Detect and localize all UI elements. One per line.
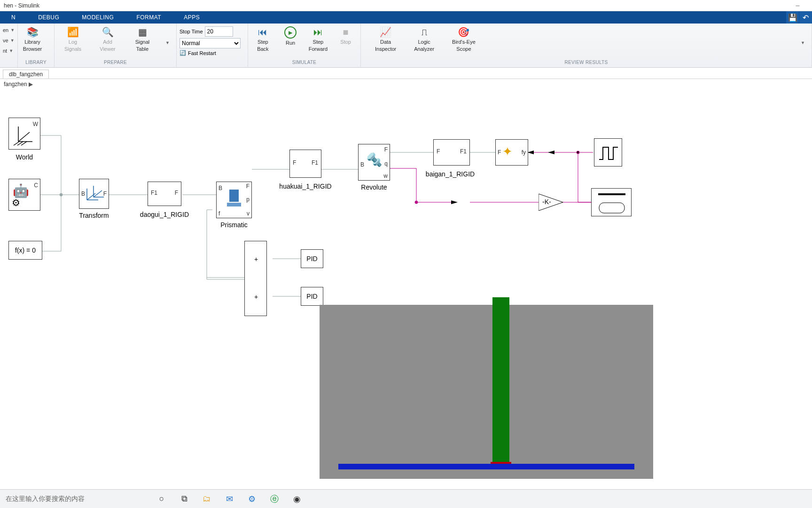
step-forward-button[interactable]: ⏭ StepForward	[306, 25, 330, 53]
minimize-button[interactable]: ─	[787, 0, 808, 11]
settings-icon[interactable]: ⚙	[241, 490, 263, 508]
svg-line-8	[18, 132, 30, 142]
toolstrip: en▼ ve▼ nt▼ 📚 Library Browser LIBRARY 📶 …	[0, 24, 812, 68]
block-external-force[interactable]: ✦ F fy	[495, 139, 528, 166]
block-label: Transform	[61, 212, 127, 219]
scope-icon	[592, 189, 631, 216]
block-label: baigan_1_RIGID	[413, 170, 488, 178]
viewer-pendulum-pole	[492, 297, 509, 463]
svg-marker-3	[451, 200, 458, 204]
library-icon: 📚	[27, 26, 38, 38]
windows-taskbar: 在这里输入你要搜索的内容 ○ ⧉ 🗂 ✉ ⚙ ⓔ ◉	[0, 489, 812, 508]
print-button[interactable]: nt▼	[3, 46, 15, 56]
step-fwd-icon: ⏭	[312, 26, 324, 38]
logic-analyzer-button[interactable]: ⎍ LogicAnalyzer	[412, 25, 436, 53]
taskbar-search-placeholder: 在这里输入你要搜索的内容	[6, 495, 85, 503]
open-button[interactable]: en▼	[3, 25, 15, 35]
tab-simulation[interactable]: N	[0, 11, 27, 24]
section-label: LIBRARY	[21, 60, 51, 67]
taskbar-search[interactable]: 在这里输入你要搜索的内容	[0, 490, 150, 508]
add-viewer-button[interactable]: 🔍 AddViewer	[96, 25, 119, 53]
signal-icon: 📶	[67, 26, 78, 38]
data-inspector-button[interactable]: 📈 DataInspector	[373, 25, 398, 53]
pulse-icon	[594, 139, 622, 166]
block-revolute-joint[interactable]: 🔩 B F q w	[358, 144, 390, 181]
svg-rect-19	[599, 203, 625, 213]
mail-icon[interactable]: ✉	[218, 490, 241, 508]
mechanics-explorer-window[interactable]	[320, 305, 653, 479]
play-icon: ▶	[284, 26, 297, 39]
section-label: PREPARE	[57, 60, 173, 67]
stop-button[interactable]: ■ Stop	[334, 25, 358, 46]
prismatic-icon	[227, 190, 241, 208]
tab-modeling[interactable]: MODELING	[70, 11, 125, 24]
block-scope[interactable]	[591, 188, 632, 216]
block-baigan-rigid[interactable]: F F1	[433, 139, 470, 166]
prepare-more[interactable]: ▼	[165, 40, 170, 45]
section-label: REVIEW RESULTS	[364, 60, 809, 67]
block-prismatic-joint[interactable]: B F p v f	[216, 182, 252, 218]
block-mechanism-config[interactable]: 🤖 ⚙ C	[8, 179, 40, 211]
model-canvas[interactable]: W World 🤖 ⚙ C f(x) = 0 B F Transform F1 …	[0, 89, 812, 489]
log-signals-button[interactable]: 📶 LogSignals	[61, 25, 85, 53]
task-view-icon[interactable]: ⧉	[173, 490, 195, 508]
run-button[interactable]: ▶ Run	[279, 25, 302, 47]
inspector-icon: 📈	[380, 26, 391, 38]
block-rigid-transform[interactable]: B F	[79, 179, 109, 209]
fast-restart-icon: 🔄	[180, 50, 186, 56]
viewer-rail	[338, 464, 634, 469]
save-button[interactable]: ve▼	[3, 36, 15, 45]
cortana-icon[interactable]: ○	[150, 490, 173, 508]
library-browser-button[interactable]: 📚 Library Browser	[21, 25, 44, 53]
edge-icon[interactable]: ⓔ	[263, 490, 286, 508]
birds-eye-button[interactable]: 🎯 Bird's-EyeScope	[450, 25, 477, 53]
scope-icon: 🎯	[458, 26, 469, 38]
tab-format[interactable]: FORMAT	[125, 11, 172, 24]
obs-icon[interactable]: ◉	[286, 490, 308, 508]
block-label: World	[0, 153, 57, 161]
stop-time-label: Stop Time	[180, 29, 203, 34]
block-sum[interactable]: + +	[244, 241, 267, 316]
block-label: Revolute	[341, 183, 407, 191]
svg-marker-4	[548, 151, 554, 154]
svg-marker-5	[527, 151, 534, 154]
svg-rect-20	[598, 193, 625, 195]
analyzer-icon: ⎍	[419, 26, 430, 38]
signal-table-button[interactable]: ▦ SignalTable	[131, 25, 154, 53]
undo-quick-button[interactable]: ↶	[799, 11, 812, 24]
stop-icon: ■	[340, 26, 351, 38]
tab-apps[interactable]: APPS	[172, 11, 211, 24]
step-back-button[interactable]: ⏮ StepBack	[251, 25, 274, 53]
block-huakuai-rigid[interactable]: F F1	[289, 150, 321, 178]
block-label: daogui_1_RIGID	[127, 211, 202, 218]
force-icon: ✦	[502, 144, 513, 159]
model-tab[interactable]: dlb_fangzhen	[3, 70, 49, 79]
breadcrumb[interactable]: fangzhen ▶	[0, 79, 812, 89]
block-solver-config[interactable]: f(x) = 0	[8, 241, 42, 260]
block-pulse-generator[interactable]	[594, 138, 622, 167]
section-label: SIMULATE	[251, 60, 358, 67]
block-gain[interactable]: -K-	[539, 194, 563, 211]
tab-debug[interactable]: DEBUG	[27, 11, 70, 24]
revolute-icon: 🔩	[366, 152, 383, 167]
window-title: hen - Simulink	[4, 2, 787, 9]
file-explorer-icon[interactable]: 🗂	[195, 490, 218, 508]
breadcrumb-root[interactable]: fangzhen	[4, 81, 27, 87]
step-back-icon: ⏮	[257, 26, 268, 38]
ribbon-tabs: N DEBUG MODELING FORMAT APPS 💾 ↶	[0, 11, 812, 24]
fast-restart-button[interactable]: 🔄 Fast Restart	[180, 50, 245, 56]
simulation-mode-select[interactable]: Normal	[180, 38, 241, 48]
block-label: Prismatic	[201, 221, 267, 229]
block-pid-2[interactable]: PID	[301, 287, 323, 306]
model-tabs: dlb_fangzhen	[0, 68, 812, 79]
block-pid-1[interactable]: PID	[301, 249, 323, 268]
viewer-icon: 🔍	[102, 26, 113, 38]
save-quick-button[interactable]: 💾	[786, 11, 799, 24]
chevron-right-icon: ▶	[29, 81, 33, 87]
stop-time-input[interactable]	[205, 26, 233, 37]
block-daogui-rigid[interactable]: F1 F	[148, 182, 181, 206]
table-icon: ▦	[137, 26, 148, 38]
title-bar: hen - Simulink ─	[0, 0, 812, 11]
block-world-frame[interactable]: W	[8, 118, 40, 150]
review-more[interactable]: ▼	[801, 40, 805, 45]
